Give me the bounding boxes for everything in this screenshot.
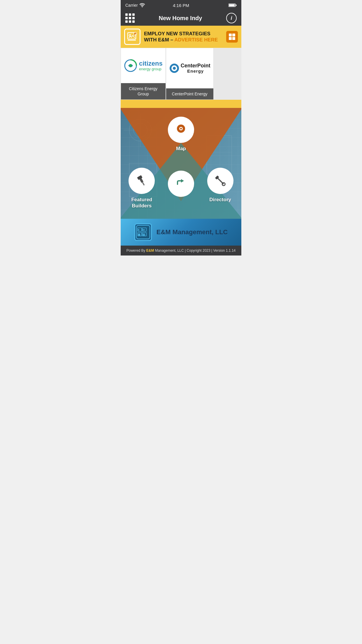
svg-rect-41 (136, 225, 150, 239)
company-cell-empty (214, 48, 241, 100)
status-left: Carrier (125, 3, 145, 8)
nav-item-directory[interactable]: Directory (202, 165, 238, 216)
centerpoint-logo-area: CenterPoint Energy (166, 48, 213, 88)
svg-point-40 (174, 177, 188, 191)
company-cell-centerpoint[interactable]: CenterPoint Energy CenterPoint Energy (166, 48, 214, 100)
status-right (229, 3, 237, 7)
svg-text:M: M (143, 228, 145, 231)
footer-ad[interactable]: E M ▦ ▧ E&M Management, LLC (121, 219, 241, 246)
svg-rect-10 (229, 37, 232, 40)
nav-items: Map Featured Builders (121, 108, 241, 219)
nav-item-featured-builders[interactable]: Featured Builders (124, 165, 160, 216)
svg-rect-8 (229, 34, 232, 36)
ad-banner[interactable]: ★ EMPLOY NEW STRATEGIES WITH E&M – ADVER… (121, 26, 241, 48)
svg-rect-1 (236, 5, 237, 6)
footer-ad-brand: E&M Management, LLC (157, 228, 228, 236)
svg-point-30 (180, 128, 182, 130)
copyright-text: Management, LLC | Copyright 2023 | Versi… (154, 249, 236, 253)
svg-text:E: E (138, 228, 140, 231)
map-circle (168, 117, 194, 143)
company-grid: citizens energy group Citizens Energy Gr… (121, 48, 241, 100)
status-time: 4:16 PM (173, 3, 189, 8)
share-circle (168, 171, 194, 197)
em-logo-icon: E M ▦ ▧ (136, 225, 150, 239)
map-icon (173, 122, 189, 137)
directory-circle (207, 168, 233, 194)
wifi-icon (140, 3, 145, 7)
featured-builders-label: Featured Builders (131, 197, 152, 209)
centerpoint-icon (169, 63, 180, 74)
svg-point-16 (173, 67, 176, 70)
centerpoint-logo: CenterPoint Energy (169, 63, 210, 74)
em-logo: E M ▦ ▧ (134, 223, 152, 241)
svg-text:★: ★ (135, 33, 137, 35)
citizens-label: Citizens Energy Group (121, 83, 166, 99)
citizens-logo-area: citizens energy group (121, 48, 166, 83)
centerpoint-label: CenterPoint Energy (166, 88, 213, 99)
svg-rect-2 (229, 4, 235, 6)
nav-bar: New Home Indy i (121, 10, 241, 26)
company-cell-citizens[interactable]: citizens energy group Citizens Energy Gr… (121, 48, 166, 100)
em-link: E&M (146, 249, 154, 253)
directory-label: Directory (209, 197, 231, 203)
bottom-bar: Powered By E&M Management, LLC | Copyrig… (121, 246, 241, 256)
status-bar: Carrier 4:16 PM (121, 0, 241, 10)
featured-builders-circle (129, 168, 155, 194)
citizens-logo: citizens energy group (124, 59, 163, 72)
nav-item-map[interactable]: Map (163, 114, 199, 159)
info-button[interactable]: i (226, 13, 237, 23)
map-label: Map (176, 146, 186, 152)
citizens-text: citizens energy group (139, 60, 163, 71)
svg-rect-9 (232, 34, 235, 36)
hammer-icon (134, 173, 149, 188)
share-icon (173, 176, 189, 191)
ad-icon: ★ (124, 29, 140, 45)
app-title: New Home Indy (159, 15, 202, 22)
citizens-icon (124, 59, 137, 72)
powered-by-text: Powered By (126, 249, 146, 253)
svg-rect-11 (232, 37, 235, 40)
ad-text: EMPLOY NEW STRATEGIES WITH E&M – ADVERTI… (144, 31, 223, 43)
nav-item-share[interactable] (163, 162, 199, 216)
tools-icon (213, 173, 228, 188)
nav-section: 8 Map (121, 108, 241, 219)
menu-button[interactable] (125, 13, 135, 23)
carrier-label: Carrier (125, 3, 138, 8)
yellow-separator (121, 100, 241, 108)
battery-icon (229, 3, 237, 7)
svg-point-13 (129, 64, 132, 67)
svg-text:▧: ▧ (143, 233, 145, 236)
ad-right-icon (226, 31, 238, 43)
svg-point-5 (129, 34, 131, 36)
svg-text:▦: ▦ (138, 233, 140, 236)
